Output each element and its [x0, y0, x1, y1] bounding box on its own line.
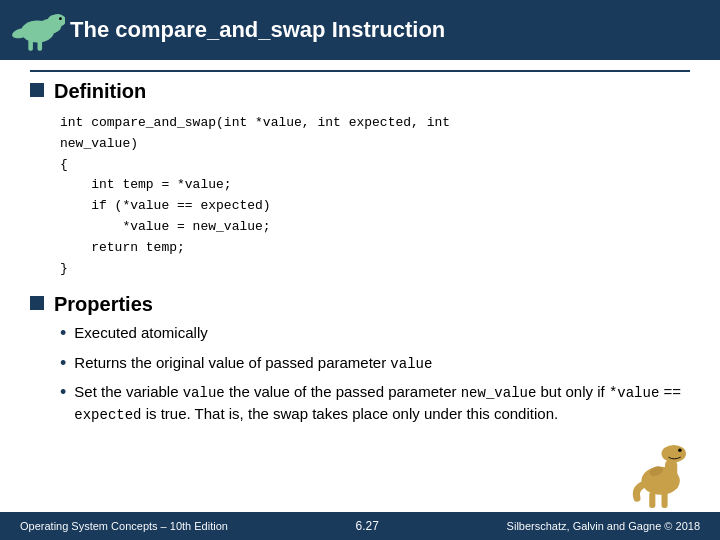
section-definition-header: Definition	[30, 80, 690, 103]
svg-point-3	[59, 17, 62, 20]
prop-text-3: Set the variable value the value of the …	[74, 381, 690, 426]
prop-text-1: Executed atomically	[74, 322, 207, 343]
inline-code-new-value: new_value	[461, 385, 537, 401]
prop-text-2: Returns the original value of passed par…	[74, 352, 432, 375]
footer-page-number: 6.27	[356, 519, 379, 533]
slide-content: Definition int compare_and_swap(int *val…	[0, 60, 720, 512]
dino-right-icon	[630, 432, 700, 512]
section-properties: Properties • Executed atomically • Retur…	[30, 293, 690, 426]
code-line-1: int compare_and_swap(int *value, int exp…	[60, 113, 690, 134]
slide-header: The compare_and_swap Instruction	[0, 0, 720, 60]
code-line-7: return temp;	[60, 238, 690, 259]
svg-point-7	[47, 15, 60, 33]
slide-footer: Operating System Concepts – 10th Edition…	[0, 512, 720, 540]
inline-code-star-value: *value	[609, 385, 659, 401]
bullet-properties	[30, 296, 44, 310]
code-line-4: int temp = *value;	[60, 175, 690, 196]
slide: The compare_and_swap Instruction Definit…	[0, 0, 720, 540]
divider	[30, 70, 690, 72]
section-definition: Definition int compare_and_swap(int *val…	[30, 80, 690, 283]
svg-rect-5	[38, 40, 43, 51]
section-definition-title: Definition	[54, 80, 146, 103]
code-line-5: if (*value == expected)	[60, 196, 690, 217]
code-block: int compare_and_swap(int *value, int exp…	[30, 109, 690, 283]
prop-bullet-1: •	[60, 321, 66, 346]
svg-rect-12	[649, 492, 655, 508]
svg-rect-4	[28, 40, 33, 51]
footer-left-text: Operating System Concepts – 10th Edition	[20, 520, 228, 532]
prop-item-3: • Set the variable value the value of th…	[60, 381, 690, 426]
section-properties-title: Properties	[54, 293, 153, 316]
prop-bullet-2: •	[60, 351, 66, 376]
dino-left-icon	[10, 5, 65, 57]
prop-item-1: • Executed atomically	[60, 322, 690, 346]
code-line-3: {	[60, 155, 690, 176]
prop-bullet-3: •	[60, 380, 66, 405]
code-line-6: *value = new_value;	[60, 217, 690, 238]
code-line-2: new_value)	[60, 134, 690, 155]
inline-code-value2: value	[183, 385, 225, 401]
code-line-8: }	[60, 259, 690, 280]
inline-code-value: value	[390, 356, 432, 372]
bullet-definition	[30, 83, 44, 97]
inline-code-expected: expected	[74, 407, 141, 423]
slide-title: The compare_and_swap Instruction	[70, 17, 445, 43]
svg-rect-13	[662, 492, 668, 508]
prop-item-2: • Returns the original value of passed p…	[60, 352, 690, 376]
footer-right-text: Silberschatz, Galvin and Gagne © 2018	[507, 520, 700, 532]
svg-point-11	[678, 448, 682, 452]
svg-point-10	[662, 445, 687, 463]
section-properties-header: Properties	[30, 293, 690, 316]
properties-list: • Executed atomically • Returns the orig…	[30, 322, 690, 426]
